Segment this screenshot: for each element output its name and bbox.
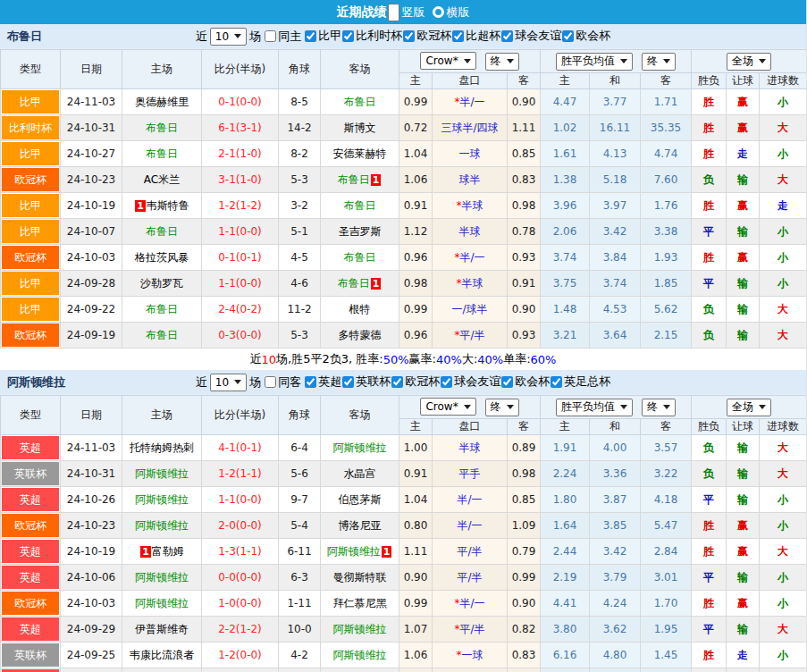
avg-home-odds: 1.80 bbox=[541, 487, 590, 513]
odds-final-select[interactable]: 终 bbox=[485, 53, 519, 71]
home-team-cell: 布鲁日 bbox=[122, 297, 202, 323]
handicap-home-odds: 1.12 bbox=[399, 219, 433, 245]
league-checkbox[interactable] bbox=[342, 30, 354, 42]
odds-company-select[interactable]: Crow* bbox=[420, 398, 475, 416]
same-venue-checkbox-label[interactable]: 同主 bbox=[264, 29, 301, 45]
avg-draw-odds: 3.77 bbox=[590, 89, 641, 115]
filter-bar: 近 10 场 同主 比甲比利时杯欧冠杯比超杯球会友谊欧会杯 bbox=[196, 28, 610, 46]
league-checkbox[interactable] bbox=[551, 376, 562, 388]
home-team-cell: 格拉茨风暴 bbox=[122, 245, 202, 271]
score-cell: 2-0(0-0) bbox=[202, 513, 279, 539]
chevron-down-icon bbox=[507, 405, 514, 409]
score-cell: 0-0(0-0) bbox=[202, 565, 279, 591]
col-away: 客场 bbox=[321, 396, 399, 435]
league-checkbox[interactable] bbox=[342, 376, 354, 388]
same-venue-checkbox-label[interactable]: 同客 bbox=[264, 374, 301, 391]
goals-result-cell: 大 bbox=[760, 539, 807, 565]
games-count-select[interactable]: 10 bbox=[210, 28, 247, 46]
match-date: 24-09-19 bbox=[61, 323, 122, 349]
chevron-down-icon bbox=[464, 59, 471, 63]
avg-away-odds: 7.60 bbox=[641, 167, 692, 193]
avg-final-select[interactable]: 终 bbox=[642, 53, 676, 71]
scope-select[interactable]: 全场 bbox=[727, 53, 771, 71]
corner-cell: 5-3 bbox=[279, 323, 321, 349]
odds-company-select[interactable]: Crow* bbox=[420, 52, 475, 70]
match-date: 24-10-07 bbox=[61, 219, 122, 245]
league-checkbox[interactable] bbox=[441, 376, 452, 388]
odds-final-select[interactable]: 终 bbox=[485, 399, 519, 416]
col-score: 比分(半场) bbox=[202, 50, 279, 89]
league-checkbox-label[interactable]: 比甲 bbox=[304, 28, 341, 44]
avg-away-odds: 1.70 bbox=[641, 591, 692, 617]
league-checkbox-label[interactable]: 欧会杯 bbox=[561, 28, 610, 44]
match-row: 比甲24-11-03奥德赫维里0-1(0-0)8-5布鲁日0.99*半/一0.9… bbox=[1, 89, 807, 115]
matches-table-aston-villa: 类型 日期 主场 比分(半场) 角球 客场 Crow* 终 胜平负均值 终 全场 bbox=[0, 395, 807, 672]
radio-horizontal-layout[interactable] bbox=[433, 6, 444, 18]
avg-group-header: 胜平负均值 终 bbox=[541, 50, 692, 73]
corner-cell: 14-2 bbox=[279, 115, 321, 141]
league-checkbox-label[interactable]: 比利时杯 bbox=[341, 28, 402, 44]
league-checkbox-label[interactable]: 欧冠杯 bbox=[391, 374, 440, 390]
league-type-cell: 欧冠杯 bbox=[1, 167, 61, 193]
handicap-away-odds: 0.85 bbox=[508, 487, 541, 513]
handicap-result-cell: 输 bbox=[727, 461, 760, 487]
away-team-cell: 布鲁日 bbox=[321, 245, 399, 271]
result-cell: 胜 bbox=[692, 643, 727, 668]
league-checkbox-label[interactable]: 英足总杯 bbox=[550, 374, 610, 390]
team-link: 奥德赫维里 bbox=[135, 96, 189, 108]
league-checkbox[interactable] bbox=[305, 30, 316, 42]
radio-vertical-layout[interactable] bbox=[388, 4, 399, 21]
avg-draw-odds: 3.97 bbox=[590, 193, 641, 219]
summary-segment: 60% bbox=[531, 353, 557, 366]
league-checkbox-label[interactable]: 比超杯 bbox=[451, 28, 500, 44]
handicap-result-cell: 输 bbox=[727, 219, 760, 245]
handicap-line: 半球 bbox=[462, 199, 483, 212]
corner-cell: 4-2 bbox=[279, 643, 321, 668]
avg-select[interactable]: 胜平负均值 bbox=[556, 399, 633, 416]
team-link: 布鲁日 bbox=[146, 147, 178, 160]
handicap-result-cell: 走 bbox=[727, 141, 760, 167]
chevron-down-icon bbox=[464, 405, 471, 409]
avg-away-odds: 1.93 bbox=[641, 245, 692, 271]
league-checkbox-label[interactable]: 欧会杯 bbox=[500, 374, 550, 390]
corner-cell: 6-4 bbox=[279, 435, 321, 461]
league-label: 比甲 bbox=[318, 28, 341, 44]
summary-segment: 场,胜5平2负3, 胜率: bbox=[276, 351, 383, 367]
avg-final-select[interactable]: 终 bbox=[642, 399, 676, 416]
team-link: 水晶宫 bbox=[344, 467, 376, 480]
avg-away-odds: 5.46 bbox=[641, 668, 692, 672]
same-away-checkbox[interactable] bbox=[265, 376, 276, 388]
league-checkbox-label[interactable]: 球会友谊 bbox=[440, 374, 500, 390]
games-count-select[interactable]: 10 bbox=[210, 374, 247, 391]
league-checkbox[interactable] bbox=[452, 30, 464, 42]
scope-select[interactable]: 全场 bbox=[727, 399, 771, 416]
league-checkbox-label[interactable]: 英超 bbox=[304, 374, 341, 390]
match-date: 24-09-28 bbox=[61, 271, 122, 297]
league-checkbox-label[interactable]: 球会友谊 bbox=[500, 28, 561, 44]
league-checkbox[interactable] bbox=[305, 376, 316, 388]
league-checkbox-label[interactable]: 欧冠杯 bbox=[402, 28, 451, 44]
league-checkbox[interactable] bbox=[403, 30, 415, 42]
team-link: 布鲁日 bbox=[344, 251, 376, 264]
league-checkbox[interactable] bbox=[562, 30, 574, 42]
match-row: 欧冠杯24-10-23AC米兰3-1(1-0)5-3布鲁日11.06球半0.83… bbox=[1, 167, 807, 193]
team-link: 根特 bbox=[349, 303, 371, 315]
league-checkbox[interactable] bbox=[391, 376, 403, 388]
handicap-line: 半/一 bbox=[457, 493, 482, 506]
same-home-checkbox[interactable] bbox=[265, 30, 276, 42]
radio-vertical-label[interactable]: 竖版 bbox=[402, 4, 425, 21]
handicap-away-odds: 0.89 bbox=[508, 435, 541, 461]
radio-horizontal-label[interactable]: 横版 bbox=[447, 4, 470, 21]
goals-result-cell: 大 bbox=[760, 617, 807, 643]
league-checkbox[interactable] bbox=[501, 30, 513, 42]
league-type-cell: 英超 bbox=[1, 539, 61, 565]
league-checkbox-label[interactable]: 英联杯 bbox=[341, 374, 391, 390]
score-cell: 0-3(0-0) bbox=[202, 323, 279, 349]
league-type-badge: 比甲 bbox=[2, 298, 59, 321]
team-link: 斯博文 bbox=[344, 122, 376, 134]
result-cell: 胜 bbox=[692, 539, 727, 565]
avg-select[interactable]: 胜平负均值 bbox=[556, 53, 633, 71]
league-checkbox[interactable] bbox=[501, 376, 513, 388]
col-odds-away: 客 bbox=[508, 419, 541, 435]
handicap-home-odds: 0.99 bbox=[399, 591, 433, 617]
